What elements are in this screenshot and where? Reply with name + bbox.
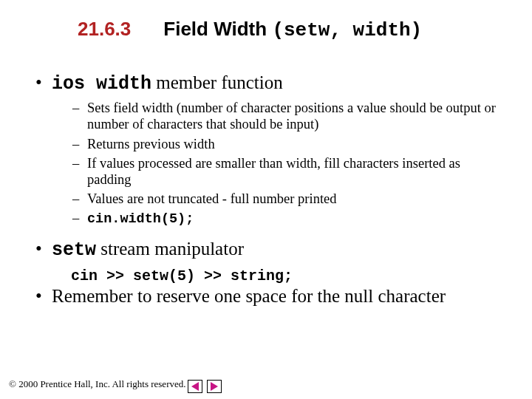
sub-bullet-item: Values are not truncated - full number p…	[72, 191, 505, 210]
text: member function	[151, 72, 283, 92]
text: If values processed are smaller than wid…	[87, 156, 460, 187]
next-button[interactable]	[207, 380, 222, 393]
sub-bullet-item: cin.width(5);	[72, 210, 505, 231]
title-number: 21.6.3	[78, 18, 131, 40]
copyright-footer: © 2000 Prentice Hall, Inc. All rights re…	[9, 378, 523, 390]
bullet-item: Remember to reserve one space for the nu…	[35, 284, 505, 310]
code-text: ios width	[52, 73, 151, 95]
title-text-plain: Field Width	[163, 18, 267, 40]
slide-body: ios width member functionSets field widt…	[0, 47, 532, 310]
sub-bullet-item: Sets field width (number of character po…	[72, 100, 505, 135]
code-text: setw	[52, 239, 96, 261]
sub-bullet-list: Sets field width (number of character po…	[52, 100, 505, 231]
code-line: cin >> setw(5) >> string;	[71, 267, 505, 284]
text: Remember to reserve one space for the nu…	[52, 286, 446, 306]
slide: 21.6.3Field Width (setw, width) ios widt…	[0, 0, 532, 399]
bullet-item: ios width member functionSets field widt…	[35, 71, 505, 237]
triangle-left-icon	[191, 382, 199, 391]
sub-bullet-item: Returns previous width	[72, 136, 505, 155]
text: Returns previous width	[87, 137, 215, 151]
code-text: cin.width(5);	[87, 211, 194, 227]
prev-button[interactable]	[188, 380, 202, 393]
text: stream manipulator	[96, 239, 244, 259]
triangle-right-icon	[211, 382, 218, 391]
bullet-list: ios width member functionSets field widt…	[27, 71, 505, 310]
slide-title: 21.6.3Field Width (setw, width)	[0, 0, 532, 47]
text: Values are not truncated - full number p…	[87, 191, 337, 206]
text: Sets field width (number of character po…	[87, 100, 496, 132]
sub-bullet-item: If values processed are smaller than wid…	[72, 155, 505, 191]
bullet-item: setw stream manipulator	[35, 237, 505, 265]
title-text-mono: (setw, width)	[272, 19, 422, 41]
nav-controls	[188, 380, 222, 393]
